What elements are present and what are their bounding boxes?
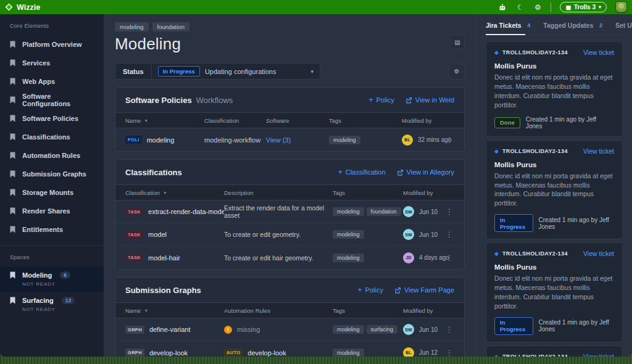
rule-missing-label: missing	[237, 326, 260, 333]
sidebar-space-surfacing[interactable]: Surfacing 13 NOT READY	[0, 292, 104, 317]
view-software-link[interactable]: View (3)	[266, 136, 329, 144]
bookmark-icon	[10, 189, 15, 196]
column-header[interactable]: Modified by	[403, 189, 444, 196]
row-description: To create or edit hair geometry.	[224, 254, 333, 262]
sidebar-item-software-policies[interactable]: Software Policies	[0, 109, 104, 128]
section-title: Software Policies	[125, 96, 192, 105]
column-header[interactable]: Modified by	[402, 117, 444, 124]
robot-icon[interactable]	[499, 4, 507, 11]
breadcrumb-tag[interactable]: foundation	[152, 22, 189, 31]
row-menu-button[interactable]: ⋮	[444, 207, 454, 216]
status-dropdown[interactable]: Status In Progress Updating configuratio…	[115, 63, 320, 80]
view-in-allegory-link[interactable]: View in Allegory	[397, 168, 454, 176]
sidebar-item-web-apps[interactable]: Web Apps	[0, 72, 104, 91]
column-header[interactable]: Tags	[329, 117, 402, 124]
row-menu-button[interactable]: ⋮	[444, 325, 454, 334]
header-layout-button[interactable]: ▤	[450, 35, 465, 49]
tab-set-up-status[interactable]: Set Up Status	[615, 22, 632, 29]
tab-count-badge: 4	[525, 22, 534, 29]
tag-pill: modeling	[333, 254, 364, 262]
row-menu-button[interactable]: ⋮	[444, 254, 454, 262]
tag-pill: modeling	[333, 230, 364, 239]
bookmark-icon	[10, 271, 15, 279]
breadcrumb-tag[interactable]: modeling	[115, 22, 149, 31]
graph-row[interactable]: GRPHdevelop-look AUTOdevelop-look modeli…	[115, 341, 464, 357]
main-content: modeling foundation Modeling ▤ Status In…	[104, 14, 475, 357]
graph-row[interactable]: GRPHdefine-variant !missing modelingsurf…	[115, 318, 464, 341]
row-menu-button[interactable]: ⋮	[444, 136, 454, 144]
sidebar-item-submission-graphs[interactable]: Submission Graphs	[0, 165, 104, 183]
bookmark-icon	[10, 115, 15, 122]
classification-row[interactable]: TASKextract-render-data-model-asset Extr…	[115, 201, 464, 223]
brand[interactable]: Wizzie	[5, 3, 40, 12]
column-header[interactable]: Modified by	[403, 307, 444, 314]
classification-row[interactable]: TASKmodel-hair To create or edit hair ge…	[115, 246, 464, 269]
chevron-down-icon: ▾	[276, 68, 320, 75]
column-header-classification[interactable]: Classification▼	[125, 189, 224, 196]
settings-gear-icon[interactable]: ⚙	[533, 4, 542, 11]
active-tab-underline	[486, 34, 525, 35]
jira-ticket-card[interactable]: ◆ TROLLSHOLIDAY2-134 View ticket Mollis …	[486, 242, 623, 342]
view-ticket-link[interactable]: View ticket	[583, 250, 614, 257]
table-header: Name▼ Automation Rules Tags Modified by	[115, 302, 464, 318]
column-header[interactable]: Classification	[204, 117, 266, 124]
row-menu-button[interactable]: ⋮	[444, 230, 454, 239]
policy-row-modeling[interactable]: POLImodeling modeling-workflow View (3) …	[115, 128, 464, 151]
jira-ticket-card[interactable]: ◆ TROLLSHOLIDAY2-134 View ticket Mollis …	[486, 41, 623, 137]
dark-mode-moon-icon[interactable]: ☾	[516, 4, 525, 11]
row-menu-button[interactable]: ⋮	[444, 349, 454, 357]
sidebar-item-automation-rules[interactable]: Automation Rules	[0, 146, 104, 165]
sidebar-item-entitlements[interactable]: Entitlements	[0, 220, 104, 239]
sidebar-item-render-shares[interactable]: Render Shares	[0, 202, 104, 220]
sidebar-item-services[interactable]: Services	[0, 54, 104, 72]
sidebar: Core Elements Platform Overview Services…	[0, 14, 104, 357]
view-settings-button[interactable]: ⚙	[449, 64, 465, 80]
team-selector[interactable]: ▦ Trolls 3 ▾	[560, 2, 607, 12]
bookmark-icon	[10, 78, 15, 85]
view-ticket-link[interactable]: View ticket	[583, 147, 614, 155]
graph-type-badge: GRPH	[125, 349, 144, 357]
add-policy-button[interactable]: +Policy	[368, 96, 394, 104]
user-avatar[interactable]	[615, 1, 627, 13]
jira-icon: ◆	[494, 148, 499, 154]
modified-time: Jun 10	[419, 209, 438, 215]
space-count-badge: 6	[60, 271, 70, 279]
column-header[interactable]: Software	[266, 117, 329, 124]
sidebar-item-classifications[interactable]: Classifications	[0, 128, 104, 146]
jira-icon: ◆	[494, 49, 499, 56]
column-header[interactable]: Tags	[333, 307, 403, 314]
column-header[interactable]: Tags	[333, 189, 403, 196]
view-in-weld-link[interactable]: View in Weld	[405, 96, 454, 104]
view-ticket-link[interactable]: View ticket	[583, 353, 614, 357]
status-label: Status	[115, 64, 152, 79]
add-classification-button[interactable]: +Classification	[338, 168, 386, 176]
view-ticket-link[interactable]: View ticket	[583, 49, 614, 56]
plus-icon: +	[368, 96, 373, 104]
wizzie-logo-icon	[5, 3, 13, 11]
jira-ticket-card[interactable]: ◆ TROLLSHOLIDAY2-134 View ticket Mollis …	[486, 140, 623, 240]
avatar: BL	[403, 347, 414, 357]
sidebar-item-storage-mounts[interactable]: Storage Mounts	[0, 183, 104, 202]
ticket-status-badge: In Progress	[494, 214, 533, 232]
column-header[interactable]: Automation Rules	[224, 307, 333, 314]
column-header[interactable]: Description	[224, 189, 333, 196]
classification-row[interactable]: TASKmodel To create or edit geometry. mo…	[115, 223, 464, 246]
column-header-name[interactable]: Name▼	[125, 117, 204, 124]
sidebar-item-label: Software Policies	[22, 115, 78, 122]
sidebar-item-software-configurations[interactable]: Software Configurations	[0, 91, 104, 109]
layout-icon: ▤	[454, 39, 460, 46]
right-panel: Jira Tickets4 Tagged Updates2 Set Up Sta…	[475, 14, 632, 357]
view-farm-page-link[interactable]: View Farm Page	[394, 286, 454, 294]
modified-time: Jun 10	[419, 231, 438, 238]
plus-icon: +	[338, 168, 343, 176]
submission-graphs-section: Submission Graphs +Policy View Farm Page…	[115, 277, 465, 357]
tab-tagged-updates[interactable]: Tagged Updates2	[543, 22, 605, 29]
tab-jira-tickets[interactable]: Jira Tickets4	[486, 22, 533, 29]
jira-icon: ◆	[494, 354, 499, 357]
add-graph-policy-button[interactable]: +Policy	[358, 286, 383, 294]
row-description: Extract the render data for a model asse…	[224, 204, 333, 219]
column-header-name[interactable]: Name▼	[125, 307, 224, 314]
sidebar-space-modeling[interactable]: Modeling 6 NOT READY	[0, 267, 104, 292]
sidebar-item-platform-overview[interactable]: Platform Overview	[0, 35, 104, 54]
jira-ticket-card[interactable]: ◆ TROLLSHOLIDAY2-134 View ticket Mollis …	[486, 345, 623, 357]
